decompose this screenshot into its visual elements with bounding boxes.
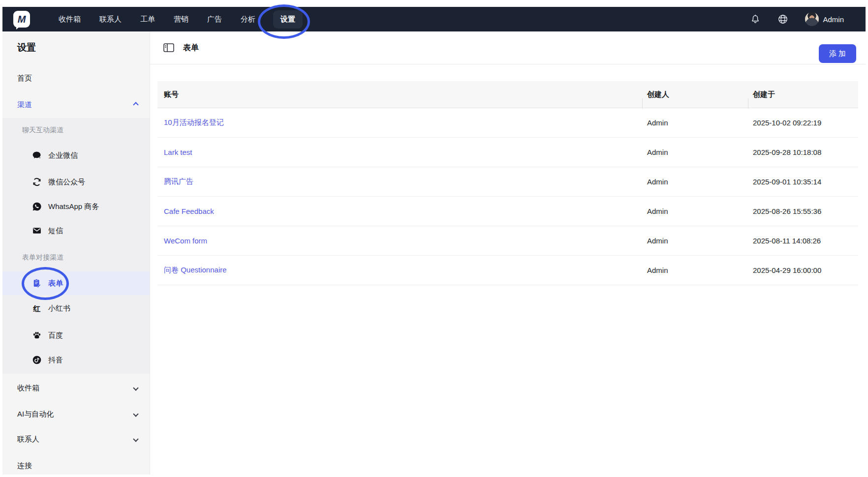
user-menu[interactable]: Admin bbox=[805, 12, 844, 26]
table-row: 10月活动报名登记 Admin 2025-10-02 09:22:19 bbox=[157, 108, 858, 138]
sidebar-item-wechat-official[interactable]: 微信公众号 bbox=[2, 172, 150, 192]
table-header-row: 账号 创建人 创建于 bbox=[157, 81, 858, 108]
column-header-creator: 创建人 bbox=[642, 90, 748, 99]
chat-bubble-icon bbox=[32, 150, 42, 160]
sidebar-title: 设置 bbox=[17, 41, 36, 54]
form-link[interactable]: 问卷 Questionnaire bbox=[164, 266, 227, 274]
creator-cell: Admin bbox=[642, 148, 748, 156]
created-at-cell: 2025-10-02 09:22:19 bbox=[748, 119, 858, 127]
created-at-cell: 2025-08-11 14:08:26 bbox=[748, 237, 858, 245]
douyin-note-icon bbox=[32, 355, 42, 365]
created-at-cell: 2025-09-01 10:35:14 bbox=[748, 178, 858, 186]
form-link[interactable]: 10月活动报名登记 bbox=[164, 118, 224, 126]
form-link[interactable]: Cafe Feedback bbox=[164, 207, 214, 215]
sidebar-item-connections[interactable]: 连接 bbox=[2, 456, 150, 476]
table-row: Lark test Admin 2025-09-28 10:18:08 bbox=[157, 138, 858, 167]
circular-arrows-icon bbox=[32, 177, 42, 187]
table-row: WeCom form Admin 2025-08-11 14:08:26 bbox=[157, 226, 858, 256]
nav-item-tickets[interactable]: 工单 bbox=[139, 10, 156, 29]
chevron-up-icon bbox=[133, 102, 138, 107]
creator-cell: Admin bbox=[642, 266, 748, 274]
channels-group: 聊天互动渠道 企业微信 微信公众号 WhatsApp 商务 bbox=[2, 118, 150, 374]
user-name: Admin bbox=[823, 15, 844, 24]
nav-item-ads[interactable]: 广告 bbox=[206, 10, 223, 29]
sidebar-item-label: 收件箱 bbox=[17, 384, 39, 393]
table-row: 腾讯广告 Admin 2025-09-01 10:35:14 bbox=[157, 167, 858, 197]
sidebar-item-sms[interactable]: 短信 bbox=[2, 221, 150, 240]
sidebar-item-contacts-section[interactable]: 联系人 bbox=[2, 429, 150, 449]
add-button[interactable]: 添 加 bbox=[819, 44, 856, 63]
sidebar-item-whatsapp[interactable]: WhatsApp 商务 bbox=[2, 197, 150, 216]
bell-icon[interactable] bbox=[750, 14, 761, 25]
sidebar-item-label: 表单 bbox=[48, 279, 63, 288]
created-at-cell: 2025-04-29 16:00:00 bbox=[748, 266, 858, 274]
main-content: 表单 添 加 账号 创建人 创建于 10月活动报名登记 Admin 2025-1… bbox=[150, 31, 866, 475]
nav-item-settings[interactable]: 设置 bbox=[273, 10, 303, 29]
group-label-form-channels: 表单对接渠道 bbox=[22, 248, 63, 268]
sidebar-item-xiaohongshu[interactable]: 红 小红书 bbox=[2, 298, 150, 318]
sidebar-item-label: 渠道 bbox=[17, 100, 32, 110]
sidebar-item-home[interactable]: 首页 bbox=[2, 68, 150, 88]
nav-item-marketing[interactable]: 营销 bbox=[173, 10, 189, 29]
globe-icon[interactable] bbox=[777, 14, 788, 25]
sidebar-item-wecom[interactable]: 企业微信 bbox=[2, 146, 150, 165]
sidebar-item-forms[interactable]: 表单 bbox=[2, 271, 150, 295]
settings-sidebar: 设置 首页 渠道 聊天互动渠道 企业微信 微信公众号 bbox=[2, 31, 150, 475]
sidebar-item-label: 小红书 bbox=[48, 304, 70, 313]
sidebar-item-label: 企业微信 bbox=[48, 151, 78, 160]
nav-menu: 收件箱 联系人 工单 营销 广告 分析 设置 bbox=[58, 10, 303, 29]
nav-item-inbox[interactable]: 收件箱 bbox=[58, 10, 82, 29]
column-header-created-at: 创建于 bbox=[748, 90, 858, 99]
sidebar-item-label: AI与自动化 bbox=[17, 410, 54, 419]
sidebar-item-ai-automation[interactable]: AI与自动化 bbox=[2, 404, 150, 424]
form-link[interactable]: WeCom form bbox=[164, 237, 207, 245]
nav-item-analytics[interactable]: 分析 bbox=[240, 10, 256, 29]
page-header: 表单 bbox=[150, 31, 866, 64]
sidebar-item-label: WhatsApp 商务 bbox=[48, 202, 99, 211]
form-link[interactable]: 腾讯广告 bbox=[164, 177, 193, 185]
top-nav: M 收件箱 联系人 工单 营销 广告 分析 设置 Admin bbox=[2, 7, 866, 31]
sidebar-toggle-icon[interactable] bbox=[163, 43, 174, 52]
envelope-icon bbox=[32, 226, 42, 236]
form-pencil-icon bbox=[32, 278, 42, 288]
forms-table: 账号 创建人 创建于 10月活动报名登记 Admin 2025-10-02 09… bbox=[157, 81, 858, 285]
sidebar-item-label: 联系人 bbox=[17, 435, 39, 444]
created-at-cell: 2025-09-28 10:18:08 bbox=[748, 148, 858, 156]
xiaohongshu-icon: 红 bbox=[32, 303, 42, 313]
sidebar-item-label: 抖音 bbox=[48, 356, 63, 365]
sidebar-item-label: 首页 bbox=[17, 74, 32, 83]
avatar bbox=[805, 12, 819, 26]
sidebar-item-inbox-section[interactable]: 收件箱 bbox=[2, 378, 150, 398]
table-row: 问卷 Questionnaire Admin 2025-04-29 16:00:… bbox=[157, 256, 858, 285]
chevron-down-icon bbox=[133, 411, 138, 417]
sidebar-item-label: 连接 bbox=[17, 461, 32, 471]
form-link[interactable]: Lark test bbox=[164, 148, 192, 156]
sidebar-item-label: 短信 bbox=[48, 226, 63, 236]
created-at-cell: 2025-08-26 15:55:36 bbox=[748, 207, 858, 215]
nav-item-contacts[interactable]: 联系人 bbox=[98, 10, 123, 29]
sidebar-item-label: 百度 bbox=[48, 331, 63, 340]
chevron-down-icon bbox=[133, 385, 138, 390]
sidebar-item-douyin[interactable]: 抖音 bbox=[2, 350, 150, 370]
sidebar-item-baidu[interactable]: 百度 bbox=[2, 326, 150, 345]
app-logo-icon[interactable]: M bbox=[13, 11, 30, 28]
creator-cell: Admin bbox=[642, 119, 748, 127]
group-label-chat-channels: 聊天互动渠道 bbox=[22, 120, 63, 140]
creator-cell: Admin bbox=[642, 207, 748, 215]
chevron-down-icon bbox=[133, 436, 138, 442]
whatsapp-icon bbox=[32, 202, 42, 211]
page-title: 表单 bbox=[183, 43, 199, 53]
baidu-paw-icon bbox=[32, 330, 42, 340]
table-row: Cafe Feedback Admin 2025-08-26 15:55:36 bbox=[157, 197, 858, 226]
sidebar-item-label: 微信公众号 bbox=[48, 178, 85, 187]
creator-cell: Admin bbox=[642, 237, 748, 245]
creator-cell: Admin bbox=[642, 178, 748, 186]
column-header-account: 账号 bbox=[157, 90, 642, 99]
sidebar-item-channels[interactable]: 渠道 bbox=[2, 95, 150, 115]
nav-right-cluster: Admin bbox=[750, 12, 844, 26]
